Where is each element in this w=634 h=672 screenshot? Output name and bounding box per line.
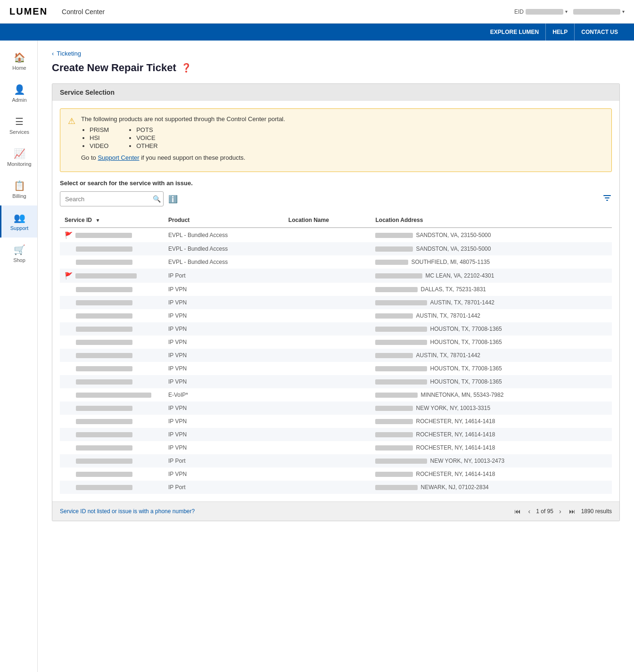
sidebar-item-billing[interactable]: 📋 Billing [0,173,37,205]
table-row[interactable]: IP VPNHOUSTON, TX, 77008-1365 [60,375,612,388]
table-row[interactable]: EVPL - Bundled AccessSOUTHFIELD, MI, 480… [60,255,612,269]
service-id-cell [60,454,164,467]
service-id-link[interactable] [76,484,132,491]
sidebar-item-services[interactable]: ☰ Services [0,109,37,141]
service-id-link[interactable] [76,471,132,477]
service-id-link[interactable] [76,431,132,438]
services-icon: ☰ [15,116,24,127]
service-id-link[interactable] [76,352,132,359]
service-id-link[interactable] [76,326,132,332]
service-id-link[interactable] [76,418,132,425]
table-row[interactable]: IP VPNAUSTIN, TX, 78701-1442 [60,309,612,322]
table-row[interactable]: IP VPNNEW YORK, NY, 10013-3315 [60,402,612,415]
search-input[interactable] [60,191,164,206]
table-row[interactable]: IP VPNROCHESTER, NY, 14614-1418 [60,441,612,454]
page-title-row: Create New Repair Ticket ❓ [52,62,620,74]
location-address-cell: SANDSTON, VA, 23150-5000 [371,228,612,242]
service-id-link[interactable] [76,444,132,451]
sidebar-item-support[interactable]: 👥 Support [0,205,37,238]
service-id-link[interactable] [76,365,132,372]
table-row[interactable]: EVPL - Bundled AccessSANDSTON, VA, 23150… [60,242,612,255]
svg-rect-2 [606,200,608,201]
service-id-link[interactable] [76,378,132,385]
sidebar-item-admin[interactable]: 👤 Admin [0,77,37,109]
search-info-icon[interactable]: ℹ️ [168,195,178,204]
table-row[interactable]: IP VPNHOUSTON, TX, 77008-1365 [60,336,612,349]
contact-us-link[interactable]: CONTACT US [575,24,625,41]
explore-lumen-link[interactable]: EXPLORE LUMEN [484,24,546,41]
col-service-id[interactable]: Service ID ▼ [60,213,164,228]
service-id-link[interactable] [76,286,132,293]
username-value [573,9,620,15]
next-page-button[interactable]: › [557,507,563,516]
page-title: Create New Repair Ticket [52,62,176,74]
warning-col1: PRISM HSI VIDEO [81,126,109,150]
help-circle-icon[interactable]: ❓ [181,63,191,73]
pagination-bar: Service ID not listed or issue is with a… [52,501,619,521]
service-id-link[interactable] [75,232,132,238]
prev-page-button[interactable]: ‹ [527,507,533,516]
location-address-cell: AUSTIN, TX, 78701-1442 [371,349,612,362]
breadcrumb-chevron-icon: ‹ [52,50,54,57]
filter-columns-button[interactable] [602,193,612,205]
support-center-link[interactable]: Support Center [98,154,139,161]
table-body: 🚩EVPL - Bundled AccessSANDSTON, VA, 2315… [60,228,612,494]
phone-number-link[interactable]: Service ID not listed or issue is with a… [60,508,195,515]
table-row[interactable]: IP VPNROCHESTER, NY, 14614-1418 [60,415,612,428]
service-id-cell [60,322,164,336]
service-id-cell [60,402,164,415]
table-row[interactable]: 🚩EVPL - Bundled AccessSANDSTON, VA, 2315… [60,228,612,242]
table-row[interactable]: 🚩IP PortMC LEAN, VA, 22102-4301 [60,269,612,283]
sidebar-label-shop: Shop [13,257,25,263]
location-name-cell [284,228,371,242]
table-row[interactable]: IP VPNROCHESTER, NY, 14614-1418 [60,467,612,481]
sidebar-label-home: Home [12,65,26,71]
svg-rect-0 [603,195,611,196]
eid-selector[interactable]: EID ▾ [514,8,568,15]
table-row[interactable]: IP VPNDALLAS, TX, 75231-3831 [60,283,612,296]
table-row[interactable]: IP VPNAUSTIN, TX, 78701-1442 [60,296,612,309]
service-id-link[interactable] [75,272,137,279]
eid-label: EID [514,8,524,15]
location-name-cell [284,362,371,375]
table-row[interactable]: IP VPNROCHESTER, NY, 14614-1418 [60,428,612,441]
sidebar-item-monitoring[interactable]: 📈 Monitoring [0,141,37,173]
last-page-button[interactable]: ⏭ [567,507,577,516]
search-input-wrap: 🔍 [60,191,164,206]
product-cell: IP VPN [164,441,284,454]
table-row[interactable]: IP VPNHOUSTON, TX, 77008-1365 [60,362,612,375]
main-layout: 🏠 Home 👤 Admin ☰ Services 📈 Monitoring 📋… [0,41,634,672]
sidebar: 🏠 Home 👤 Admin ☰ Services 📈 Monitoring 📋… [0,41,38,672]
location-address-cell: ROCHESTER, NY, 14614-1418 [371,441,612,454]
search-button[interactable]: 🔍 [153,195,161,203]
service-id-link[interactable] [76,299,132,306]
service-id-link[interactable] [76,339,132,345]
search-instruction: Select or search for the service with an… [60,180,612,187]
sidebar-item-shop[interactable]: 🛒 Shop [0,238,37,270]
location-name-cell [284,375,371,388]
table-row[interactable]: E-VoIP*MINNETONKA, MN, 55343-7982 [60,388,612,402]
service-id-link[interactable] [76,392,151,398]
table-row[interactable]: IP PortNEWARK, NJ, 07102-2834 [60,481,612,494]
service-id-link[interactable] [76,405,132,411]
service-id-link[interactable] [76,259,132,265]
help-link[interactable]: HELP [546,24,575,41]
service-id-link[interactable] [76,458,132,464]
breadcrumb-label: Ticketing [57,50,81,57]
search-left: 🔍 ℹ️ [60,191,178,206]
location-address-cell: HOUSTON, TX, 77008-1365 [371,375,612,388]
warning-item-other: OTHER [136,142,158,149]
user-selector[interactable]: ▾ [573,9,625,15]
flag-icon: 🚩 [65,231,73,239]
service-id-link[interactable] [76,246,132,252]
first-page-button[interactable]: ⏮ [512,507,523,516]
table-row[interactable]: IP VPNHOUSTON, TX, 77008-1365 [60,322,612,336]
sidebar-item-home[interactable]: 🏠 Home [0,45,37,77]
breadcrumb[interactable]: ‹ Ticketing [52,50,620,57]
location-name-cell [284,388,371,402]
app-title: Control Center [62,8,514,16]
service-id-link[interactable] [76,312,132,319]
table-row[interactable]: IP PortNEW YORK, NY, 10013-2473 [60,454,612,467]
table-row[interactable]: IP VPNAUSTIN, TX, 78701-1442 [60,349,612,362]
sidebar-label-monitoring: Monitoring [7,161,31,167]
